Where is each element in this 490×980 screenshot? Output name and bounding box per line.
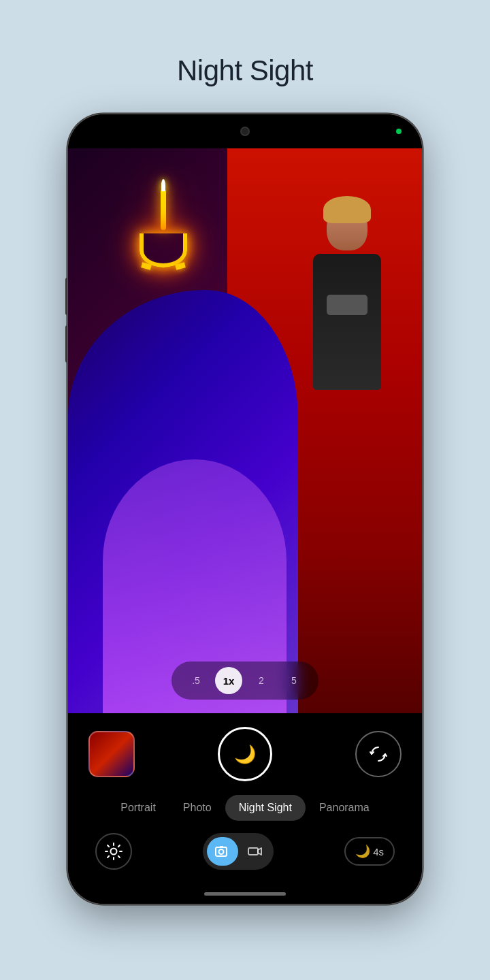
zoom-controls: .5 1x 2 5 (172, 662, 318, 700)
mode-panorama[interactable]: Panorama (306, 795, 383, 821)
candle-neon (161, 189, 166, 230)
timer-button[interactable]: 🌙 4s (344, 837, 395, 866)
svg-rect-1 (216, 847, 227, 856)
person-head (327, 203, 368, 250)
mode-photo[interactable]: Photo (169, 795, 225, 821)
shutter-moon-icon: 🌙 (234, 744, 256, 765)
zoom-0.5x-button[interactable]: .5 (182, 667, 210, 694)
status-bar (68, 114, 422, 148)
camera-video-toggle (203, 833, 274, 870)
green-dot-indicator (396, 129, 402, 134)
svg-point-0 (111, 849, 117, 855)
person-silhouette (293, 203, 402, 434)
phone-mockup: 🌙A (68, 114, 422, 904)
shutter-button[interactable]: 🌙 (218, 727, 272, 781)
home-bar (204, 892, 286, 896)
svg-rect-3 (220, 846, 223, 848)
zoom-2x-button[interactable]: 2 (248, 667, 275, 694)
bottom-toolbar: 🌙 4s (88, 833, 402, 877)
timer-moon-icon: 🌙 (355, 844, 370, 859)
flip-icon (368, 743, 389, 765)
neon-sign (136, 189, 191, 284)
video-toggle-button[interactable] (241, 837, 270, 866)
gallery-thumbnail[interactable] (88, 731, 135, 777)
video-icon (247, 843, 263, 860)
camera-viewfinder: 🌙A (68, 148, 422, 713)
foreground-object (68, 290, 298, 714)
camera-toggle-button[interactable] (207, 837, 238, 866)
phone-frame: 🌙A (68, 114, 422, 904)
svg-rect-4 (248, 848, 258, 855)
shutter-row: 🌙 (88, 727, 402, 781)
page-title: Night Sight (177, 54, 313, 87)
mode-night-sight[interactable]: Night Sight (225, 795, 306, 821)
settings-icon (104, 842, 123, 861)
timer-value: 4s (373, 846, 384, 858)
zoom-1x-button[interactable]: 1x (215, 667, 242, 694)
flip-camera-button[interactable] (355, 731, 402, 777)
mode-portrait[interactable]: Portrait (107, 795, 169, 821)
phone-screen: 🌙A (68, 114, 422, 904)
camera-controls: 🌙 Portrait (68, 713, 422, 883)
person-body (313, 254, 381, 390)
camera-icon (214, 843, 231, 860)
front-camera-dot (242, 128, 248, 135)
person-hair (323, 196, 371, 223)
omega-neon (140, 233, 187, 267)
photo-scene: .5 1x 2 5 (68, 148, 422, 713)
home-indicator (68, 883, 422, 904)
shutter-inner: 🌙 (225, 734, 265, 774)
zoom-5x-button[interactable]: 5 (280, 667, 308, 694)
svg-point-2 (219, 849, 224, 854)
mode-selector: Portrait Photo Night Sight Panorama (88, 795, 402, 821)
settings-button[interactable] (95, 833, 132, 870)
